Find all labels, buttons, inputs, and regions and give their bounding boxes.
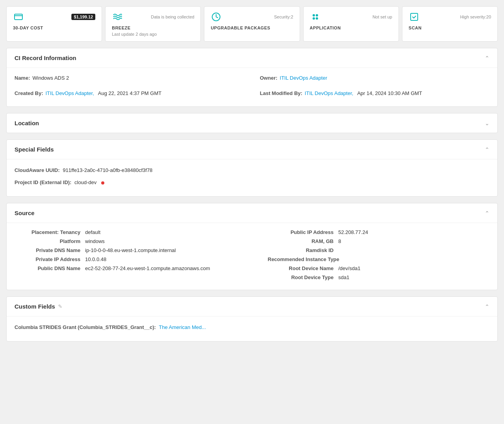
source-root-device-name-label: Root Device Name — [268, 265, 338, 271]
source-public-dns-row: Public DNS Name ec2-52-208-77-24.eu-west… — [15, 264, 237, 273]
custom-fields-columbia-link[interactable]: The American Med... — [159, 324, 206, 330]
scan-subtitle: High severity:20 — [460, 15, 491, 19]
cost-icon — [13, 11, 24, 22]
special-fields-body: CloudAware UUID: 911ffe13-2a0c-4710-a0fb… — [7, 159, 497, 196]
ci-name-value: Windows ADS 2 — [33, 75, 69, 81]
source-ram-label: RAM, GB — [268, 238, 338, 244]
source-private-ip-row: Private IP Address 10.0.0.48 — [15, 255, 237, 264]
custom-fields-columbia-row: Columbia STRIDES Grant (Columbia_STRIDES… — [15, 321, 489, 333]
source-grid: Placement: Tenancy default Platform wind… — [15, 228, 489, 282]
location-title: Location — [15, 120, 39, 126]
source-recommended-label: Recommended Instance Type — [268, 256, 344, 262]
application-subtitle: Not set up — [373, 15, 392, 19]
source-public-dns-label: Public DNS Name — [15, 265, 85, 271]
source-section: Source ⌃ Placement: Tenancy default Plat… — [6, 203, 498, 290]
uuid-label: CloudAware UUID: — [15, 167, 60, 173]
source-recommended-row: Recommended Instance Type — [268, 255, 490, 264]
ci-created-link[interactable]: ITIL DevOps Adapter, — [45, 90, 94, 96]
location-section: Location ⌄ — [6, 113, 498, 133]
ci-modified-link[interactable]: ITIL DevOps Adapter, — [305, 90, 353, 96]
ci-name-row: Name: Windows ADS 2 — [15, 73, 244, 83]
ci-owner-label: Owner: — [260, 75, 278, 81]
source-title: Source — [15, 210, 35, 216]
source-public-ip-label: Public IP Address — [268, 229, 338, 235]
svg-rect-0 — [15, 14, 22, 20]
ci-modified-row: Last Modified By: ITIL DevOps Adapter, A… — [260, 88, 490, 99]
source-public-dns-value: ec2-52-208-77-24.eu-west-1.compute.amazo… — [85, 265, 210, 271]
breeze-desc: Last update 2 days ago — [112, 32, 194, 37]
project-id-value: cloud-dev — [75, 179, 96, 185]
project-id-label: Project ID (External ID): — [15, 179, 71, 185]
source-root-device-name-row: Root Device Name /dev/sda1 — [268, 264, 490, 273]
custom-fields-edit-icon[interactable]: ✎ — [58, 303, 62, 309]
source-private-dns-label: Private DNS Name — [15, 247, 85, 253]
source-root-device-type-value: sda1 — [338, 274, 349, 280]
ci-created-date: Aug 22, 2021 4:37 PM GMT — [98, 90, 162, 96]
source-ram-row: RAM, GB 8 — [268, 237, 490, 246]
svg-point-5 — [316, 17, 318, 20]
ci-name-label: Name: — [15, 75, 30, 81]
source-public-ip-value: 52.208.77.24 — [338, 229, 368, 235]
red-dot-indicator — [101, 181, 104, 185]
upgradable-subtitle: Security:2 — [274, 15, 293, 19]
cost-badge: $1,199.12 — [71, 14, 95, 20]
special-fields-title: Special Fields — [15, 146, 54, 153]
top-cards-row: $1,199.12 30-DAY COST Data is being coll… — [6, 6, 498, 42]
source-ramdisk-row: Ramdisk ID — [268, 246, 490, 255]
application-title: APPLICATION — [310, 26, 392, 30]
source-platform-value: windows — [85, 238, 105, 244]
source-ram-value: 8 — [338, 238, 341, 244]
source-header[interactable]: Source ⌃ — [7, 203, 497, 223]
cost-title: 30-DAY COST — [13, 26, 95, 30]
ci-owner-link[interactable]: ITIL DevOps Adapter — [280, 75, 327, 81]
upgradable-card[interactable]: Security:2 UPGRADABLE PACKAGES — [204, 6, 300, 42]
source-root-device-type-label: Root Device Type — [268, 274, 338, 280]
application-card[interactable]: Not set up APPLICATION — [303, 6, 399, 42]
svg-rect-6 — [411, 13, 418, 20]
source-private-ip-label: Private IP Address — [15, 256, 85, 262]
breeze-card[interactable]: Data is being collected BREEZE Last upda… — [105, 6, 201, 42]
source-private-ip-value: 10.0.0.48 — [85, 256, 106, 262]
source-private-dns-value: ip-10-0-0-48.eu-west-1.compute.internal — [85, 247, 176, 253]
scan-title: SCAN — [409, 26, 491, 30]
source-public-ip-row: Public IP Address 52.208.77.24 — [268, 228, 490, 237]
source-right-col: Public IP Address 52.208.77.24 RAM, GB 8… — [268, 228, 490, 282]
custom-fields-section: Custom Fields ✎ ⌃ Columbia STRIDES Grant… — [6, 296, 498, 342]
ci-created-row: Created By: ITIL DevOps Adapter, Aug 22,… — [15, 88, 244, 99]
source-ramdisk-label: Ramdisk ID — [268, 247, 338, 253]
custom-fields-title: Custom Fields — [15, 303, 55, 310]
source-body: Placement: Tenancy default Platform wind… — [7, 223, 497, 290]
upgradable-title: UPGRADABLE PACKAGES — [211, 26, 293, 30]
source-placement-value: default — [85, 229, 100, 235]
svg-point-3 — [316, 14, 318, 16]
breeze-title: BREEZE — [112, 26, 194, 30]
ci-record-grid: Name: Windows ADS 2 Owner: ITIL DevOps A… — [15, 73, 489, 99]
ci-modified-label: Last Modified By: — [260, 90, 302, 96]
breeze-subtitle: Data is being collected — [151, 15, 195, 19]
custom-fields-columbia-label: Columbia STRIDES Grant (Columbia_STRIDES… — [15, 324, 156, 330]
source-placement-label: Placement: Tenancy — [15, 229, 85, 235]
ci-record-title: CI Record Information — [15, 55, 76, 61]
special-fields-section: Special Fields ⌃ CloudAware UUID: 911ffe… — [6, 139, 498, 197]
ci-record-header[interactable]: CI Record Information ⌃ — [7, 48, 497, 68]
custom-fields-header[interactable]: Custom Fields ✎ ⌃ — [7, 297, 497, 316]
custom-fields-header-content: Custom Fields ✎ — [15, 303, 62, 310]
cost-card[interactable]: $1,199.12 30-DAY COST — [6, 6, 102, 42]
location-header[interactable]: Location ⌄ — [7, 113, 497, 133]
upgradable-icon — [211, 11, 222, 22]
project-id-row: Project ID (External ID): cloud-dev — [15, 176, 489, 188]
ci-created-label: Created By: — [15, 90, 43, 96]
source-root-device-name-value: /dev/sda1 — [338, 265, 360, 271]
custom-fields-chevron: ⌃ — [485, 303, 489, 310]
special-fields-header[interactable]: Special Fields ⌃ — [7, 140, 497, 159]
uuid-value: 911ffe13-2a0c-4710-a0fb-e38480cf3f78 — [63, 167, 153, 173]
source-private-dns-row: Private DNS Name ip-10-0-0-48.eu-west-1.… — [15, 246, 237, 255]
application-icon — [310, 11, 321, 22]
scan-card[interactable]: High severity:20 SCAN — [402, 6, 498, 42]
svg-point-4 — [313, 17, 315, 20]
ci-modified-date: Apr 14, 2024 10:30 AM GMT — [357, 90, 422, 96]
ci-record-section: CI Record Information ⌃ Name: Windows AD… — [6, 48, 498, 107]
source-left-col: Placement: Tenancy default Platform wind… — [15, 228, 237, 282]
ci-owner-row: Owner: ITIL DevOps Adapter — [260, 73, 490, 83]
source-platform-row: Platform windows — [15, 237, 237, 246]
